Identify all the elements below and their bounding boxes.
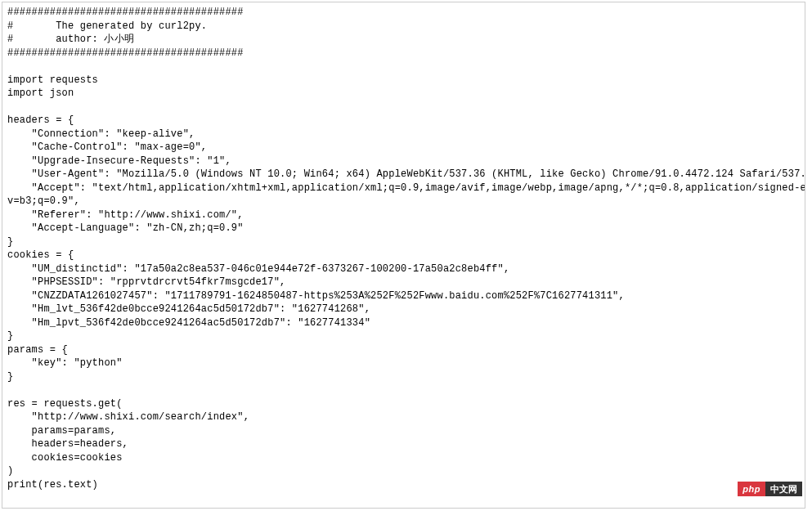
code-line: cookies=cookies bbox=[7, 451, 800, 465]
code-line: res = requests.get( bbox=[7, 397, 800, 411]
code-line: "User-Agent": "Mozilla/5.0 (Windows NT 1… bbox=[7, 168, 800, 182]
code-line: "Connection": "keep-alive", bbox=[7, 128, 800, 141]
code-line: # The generated by curl2py. bbox=[7, 20, 800, 34]
code-line: } bbox=[7, 235, 800, 249]
code-line: "Hm_lvt_536f42de0bcce9241264ac5d50172db7… bbox=[7, 303, 800, 316]
code-line: "Accept": "text/html,application/xhtml+x… bbox=[7, 182, 800, 195]
code-line: } bbox=[7, 370, 800, 384]
code-line bbox=[7, 101, 800, 114]
code-line: cookies = { bbox=[7, 249, 800, 262]
code-line: "CNZZDATA1261027457": "1711789791-162485… bbox=[7, 289, 800, 303]
code-line: "PHPSESSID": "rpprvtdrcrvt54fkr7msgcde17… bbox=[7, 276, 800, 289]
code-line: import json bbox=[7, 87, 800, 101]
badge-left-label: php bbox=[738, 482, 765, 496]
code-line: v=b3;q=0.9", bbox=[7, 195, 800, 208]
badge-right-label: 中文网 bbox=[765, 482, 802, 496]
watermark-badge: php 中文网 bbox=[738, 482, 802, 496]
code-line: import requests bbox=[7, 74, 800, 87]
code-block: ########################################… bbox=[2, 2, 805, 509]
code-line: "Referer": "http://www.shixi.com/", bbox=[7, 208, 800, 222]
code-line: headers = { bbox=[7, 114, 800, 128]
code-line: print(res.text) bbox=[7, 478, 800, 492]
code-line: params=params, bbox=[7, 424, 800, 438]
code-line: ) bbox=[7, 464, 800, 478]
code-line: "Cache-Control": "max-age=0", bbox=[7, 141, 800, 155]
code-line: ####################################### bbox=[7, 47, 800, 61]
code-line: # author: 小小明 bbox=[7, 33, 800, 47]
code-line: "http://www.shixi.com/search/index", bbox=[7, 410, 800, 424]
code-line bbox=[7, 383, 800, 397]
code-line bbox=[7, 60, 800, 74]
code-line: "Hm_lpvt_536f42de0bcce9241264ac5d50172db… bbox=[7, 316, 800, 330]
code-line: "Upgrade-Insecure-Requests": "1", bbox=[7, 155, 800, 168]
code-line: params = { bbox=[7, 343, 800, 357]
code-line: "key": "python" bbox=[7, 356, 800, 370]
code-line: headers=headers, bbox=[7, 437, 800, 451]
code-content: ########################################… bbox=[7, 6, 800, 491]
code-line: } bbox=[7, 329, 800, 343]
code-line: "UM_distinctid": "17a50a2c8ea537-046c01e… bbox=[7, 262, 800, 276]
code-line: ####################################### bbox=[7, 6, 800, 20]
code-line: "Accept-Language": "zh-CN,zh;q=0.9" bbox=[7, 222, 800, 235]
